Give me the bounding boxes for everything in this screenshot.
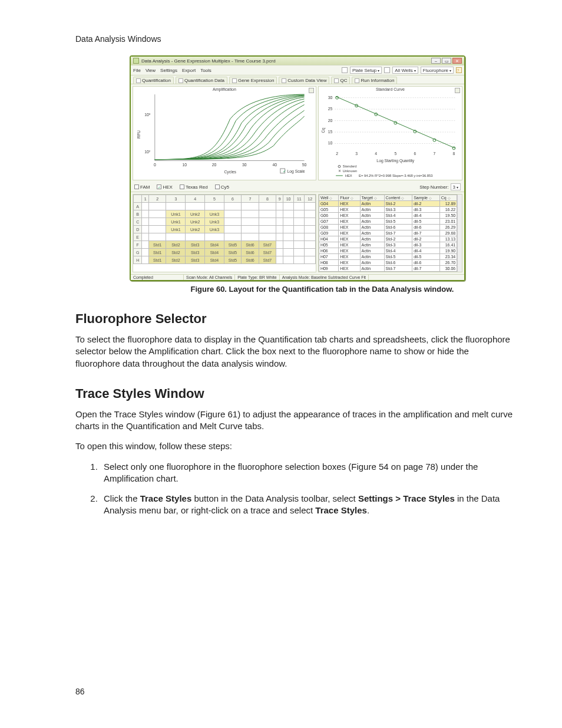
heading-trace-styles: Trace Styles Window (75, 386, 515, 401)
svg-text:Standard: Standard (343, 164, 357, 168)
standard-curve-chart: Cq 302520 1510 (319, 87, 462, 180)
svg-text:0: 0 (154, 163, 156, 167)
running-head: Data Analysis Windows (75, 34, 515, 44)
svg-text:25: 25 (328, 107, 333, 111)
svg-text:Log Starting Quantity: Log Starting Quantity (376, 159, 414, 163)
svg-text:10³: 10³ (144, 113, 151, 117)
chart-icon (136, 78, 141, 83)
fluor-cy5[interactable]: Cy5 (215, 185, 229, 190)
standard-curve-panel: Standard Curve Cq 302520 1510 (318, 86, 462, 180)
paragraph: To open this window, follow these steps: (75, 440, 515, 452)
figure-60: Data Analysis - Gene Expression Multiple… (130, 55, 515, 294)
svg-text:30: 30 (328, 95, 333, 100)
tab-quant-data[interactable]: Quantification Data (176, 77, 227, 84)
svg-text:Log Scale: Log Scale (287, 169, 305, 174)
svg-text:4: 4 (375, 151, 377, 156)
target-icon (282, 78, 286, 83)
amplification-chart: RFU 10³ 10² (133, 87, 316, 180)
fluor-fam[interactable]: FAM (134, 185, 150, 190)
window-title: Data Analysis - Gene Expression Multiple… (141, 58, 276, 64)
plate-setup-dropdown[interactable]: Plate Setup▾ (350, 67, 382, 74)
status-plate-type: Plate Type: BR White (235, 275, 279, 280)
svg-text:Cycles: Cycles (224, 170, 236, 174)
help-button[interactable]: ? (456, 67, 462, 73)
svg-text:40: 40 (272, 163, 277, 167)
status-bar: Completed Scan Mode: All Channels Plate … (131, 274, 464, 280)
maximize-button[interactable]: ▭ (442, 58, 451, 64)
svg-text:20: 20 (212, 163, 217, 167)
svg-text:30: 30 (242, 163, 247, 167)
menu-export[interactable]: Export (182, 68, 196, 73)
fluorophore-selector: FAM ✓HEX Texas Red Cy5 Step Number: 3▾ (131, 182, 464, 192)
svg-text:7: 7 (433, 151, 435, 156)
figure-caption: Figure 60. Layout for the Quantification… (130, 285, 515, 294)
svg-text:50: 50 (302, 163, 307, 167)
svg-text:6: 6 (414, 151, 416, 156)
menu-tools[interactable]: Tools (200, 68, 211, 73)
step-label: Step Number: (419, 185, 448, 190)
fluor-hex[interactable]: ✓HEX (157, 185, 172, 190)
svg-text:8: 8 (452, 151, 455, 156)
app-window: Data Analysis - Gene Expression Multiple… (130, 55, 465, 281)
svg-text:Cq: Cq (321, 128, 326, 133)
data-table[interactable]: Well ◇Fluor ◇Target ◇Content ◇Sample ◇Cq… (318, 194, 462, 272)
list-item: Click the Trace Styles button in the Dat… (100, 493, 515, 517)
tab-custom-data[interactable]: Custom Data View (279, 77, 329, 84)
menu-view[interactable]: View (146, 68, 156, 73)
tab-qc[interactable]: QC (331, 77, 350, 84)
status-analysis: Analysis Mode: Baseline Subtracted Curve… (280, 275, 369, 280)
mode-dropdown[interactable]: Fluorophore▾ (421, 67, 454, 74)
page-number: 86 (75, 687, 85, 696)
plate-grid[interactable]: 123456789101112ABUnk1Unk2Unk3CUnk1Unk2Un… (133, 194, 316, 272)
svg-text:15: 15 (328, 130, 333, 134)
zoom-icon[interactable] (455, 88, 460, 93)
list-item: Select only one fluorophore in the fluor… (100, 461, 515, 485)
svg-text:2: 2 (336, 151, 338, 156)
tab-gene-expression[interactable]: Gene Expression (229, 77, 277, 84)
table-icon (178, 78, 183, 83)
title-bar: Data Analysis - Gene Expression Multiple… (131, 57, 464, 65)
svg-text:HEX: HEX (345, 174, 352, 177)
svg-line-26 (336, 97, 455, 149)
paragraph: Open the Trace Styles window (Figure 61)… (75, 409, 515, 433)
tab-run-info[interactable]: Run Information (352, 77, 397, 84)
status-scan: Scan Mode: All Channels (184, 275, 235, 280)
info-icon (355, 78, 359, 83)
bars-icon (232, 78, 237, 83)
svg-text:5: 5 (394, 151, 396, 156)
svg-point-42 (338, 165, 340, 167)
plate-setup-icon (342, 67, 348, 73)
app-icon (133, 58, 139, 64)
fluor-texas-red[interactable]: Texas Red (180, 185, 208, 190)
svg-text:10: 10 (328, 141, 333, 145)
status-state: Completed (131, 275, 184, 280)
amplification-panel: Amplification RFU 10³ 10² (133, 86, 316, 180)
svg-text:✕: ✕ (338, 169, 341, 173)
heading-fluorophore-selector: Fluorophore Selector (75, 311, 515, 327)
tab-bar: Quantification Quantification Data Gene … (131, 75, 464, 84)
check-icon (334, 78, 339, 83)
paragraph: To select the fluorophore data to displa… (75, 334, 515, 370)
zoom-icon[interactable] (309, 88, 314, 93)
wells-icon (384, 67, 390, 73)
step-select[interactable]: 3▾ (451, 183, 461, 190)
tab-quantification[interactable]: Quantification (133, 77, 174, 84)
scrollbar[interactable] (457, 195, 462, 272)
std-title: Standard Curve (319, 87, 462, 91)
amp-title: Amplification (133, 87, 316, 91)
minimize-button[interactable]: – (431, 58, 441, 64)
svg-text:RFU: RFU (137, 130, 141, 139)
svg-text:3: 3 (355, 151, 358, 156)
wells-dropdown[interactable]: All Wells▾ (392, 67, 418, 74)
svg-text:20: 20 (328, 118, 333, 123)
close-button[interactable]: ✕ (452, 58, 462, 64)
svg-text:Unknown: Unknown (343, 169, 357, 173)
menu-settings[interactable]: Settings (160, 68, 177, 73)
svg-text:✓: ✓ (283, 169, 286, 173)
svg-text:10²: 10² (144, 150, 151, 154)
svg-text:E= 94.2% R^2=0.998 Slope=-3.46: E= 94.2% R^2=0.998 Slope=-3.468 y-int=36… (359, 174, 433, 177)
menu-file[interactable]: File (133, 68, 141, 73)
menu-bar: File View Settings Export Tools Plate Se… (131, 65, 464, 75)
svg-text:10: 10 (182, 163, 187, 167)
